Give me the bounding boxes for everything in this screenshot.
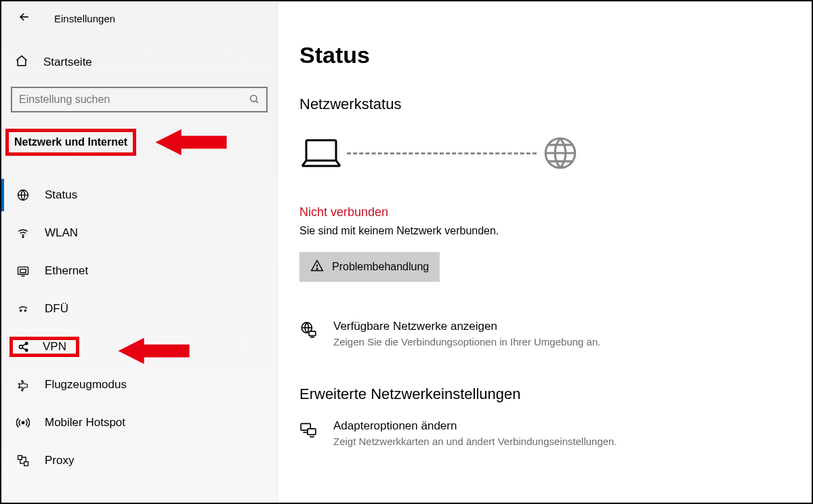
svg-point-3 — [22, 236, 24, 238]
home-nav[interactable]: Startseite — [11, 46, 268, 79]
globe-icon — [15, 188, 31, 202]
svg-point-7 — [20, 310, 22, 312]
troubleshoot-label: Problembehandlung — [332, 261, 429, 273]
svg-marker-17 — [155, 129, 226, 155]
troubleshoot-button[interactable]: Problembehandlung — [299, 252, 440, 282]
svg-point-0 — [251, 95, 257, 101]
nav-label: WLAN — [45, 226, 78, 240]
dialup-icon — [15, 302, 31, 316]
svg-rect-19 — [306, 140, 336, 161]
sidebar: Einstellungen Startseite Netzwerk und In… — [1, 1, 278, 503]
svg-rect-5 — [20, 270, 26, 273]
search-input-container[interactable] — [11, 87, 268, 112]
nav-label: VPN — [43, 340, 66, 354]
hotspot-icon — [15, 416, 31, 429]
back-button[interactable] — [11, 10, 38, 27]
home-icon — [15, 54, 28, 71]
globe-icon-large — [541, 133, 580, 173]
proxy-icon — [15, 454, 31, 467]
category-highlight: Netzwerk und Internet — [5, 129, 136, 156]
search-icon — [249, 93, 259, 106]
annotation-arrow-1 — [154, 127, 228, 157]
arrow-left-icon — [18, 10, 31, 24]
available-networks-desc: Zeigen Sie die Verbindungsoptionen in Ih… — [333, 336, 600, 348]
globe-monitor-icon — [299, 320, 318, 339]
svg-line-13 — [22, 348, 26, 350]
advanced-settings-heading: Erweiterte Netzwerkeinstellungen — [299, 385, 795, 403]
category-label: Netzwerk und Internet — [14, 136, 127, 148]
ethernet-icon — [15, 264, 31, 278]
main-content: Status Netzwerkstatus Nicht verbunden Si… — [278, 1, 812, 503]
adapter-icon — [299, 419, 318, 438]
connection-line — [347, 152, 537, 154]
not-connected-label: Nicht verbunden — [299, 205, 795, 219]
wifi-icon — [15, 226, 31, 240]
svg-rect-16 — [24, 462, 28, 466]
svg-line-1 — [256, 101, 258, 103]
nav-list: Status WLAN Ethernet DFÜ — [11, 179, 268, 477]
nav-label: Mobiler Hotspot — [45, 416, 125, 429]
search-input[interactable] — [19, 93, 236, 106]
svg-point-22 — [316, 268, 318, 270]
available-networks-option[interactable]: Verfügbare Netzwerke anzeigen Zeigen Sie… — [299, 320, 795, 348]
nav-label: DFÜ — [45, 302, 68, 316]
airplane-icon — [15, 378, 31, 392]
nav-label: Proxy — [45, 454, 74, 467]
nav-item-hotspot[interactable]: Mobiler Hotspot — [11, 406, 268, 439]
warning-icon — [310, 259, 324, 275]
nav-item-airplane[interactable]: Flugzeugmodus — [11, 369, 268, 401]
annotation-arrow-2 — [117, 336, 191, 366]
nav-item-dialup[interactable]: DFÜ — [11, 293, 268, 325]
adapter-options-desc: Zeigt Netzwerkkarten an und ändert Verbi… — [333, 436, 617, 447]
home-label: Startseite — [43, 56, 92, 69]
network-status-heading: Netzwerkstatus — [299, 96, 795, 113]
app-title: Einstellungen — [54, 13, 115, 24]
network-diagram — [299, 133, 795, 173]
vpn-icon — [16, 340, 32, 354]
adapter-options[interactable]: Adapteroptionen ändern Zeigt Netzwerkkar… — [299, 419, 795, 447]
nav-label: Flugzeugmodus — [45, 378, 127, 392]
nav-item-proxy[interactable]: Proxy — [11, 444, 268, 477]
svg-rect-15 — [18, 456, 22, 460]
svg-point-14 — [22, 421, 24, 423]
page-title: Status — [299, 42, 795, 68]
adapter-options-title: Adapteroptionen ändern — [333, 419, 617, 433]
svg-marker-18 — [118, 338, 189, 364]
nav-label: Status — [45, 188, 77, 202]
svg-rect-27 — [308, 429, 316, 435]
svg-rect-4 — [18, 267, 28, 274]
nav-item-vpn[interactable]: VPN — [9, 337, 79, 357]
svg-rect-24 — [309, 331, 316, 336]
nav-label: Ethernet — [45, 264, 88, 278]
nav-item-ethernet[interactable]: Ethernet — [11, 255, 268, 287]
laptop-icon — [299, 136, 343, 170]
not-connected-desc: Sie sind mit keinem Netzwerk verbunden. — [299, 225, 795, 237]
svg-point-8 — [24, 310, 26, 312]
nav-item-wlan[interactable]: WLAN — [11, 217, 268, 249]
available-networks-title: Verfügbare Netzwerke anzeigen — [333, 320, 600, 333]
nav-item-status[interactable]: Status — [1, 179, 268, 211]
svg-line-12 — [22, 344, 26, 346]
svg-point-9 — [19, 345, 22, 349]
